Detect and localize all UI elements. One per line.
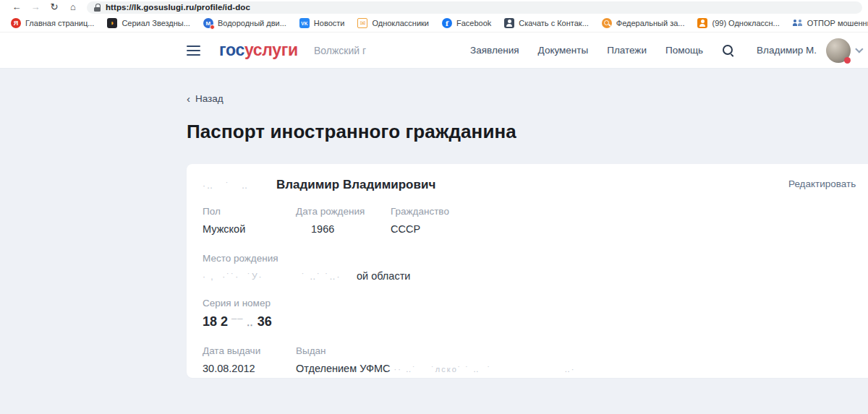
chevron-down-icon[interactable] — [855, 45, 863, 53]
bookmark-item[interactable]: VK Новости — [299, 18, 345, 28]
bookmark-item[interactable]: ✉ Одноклассники — [357, 18, 429, 28]
header-nav: Заявления Документы Платежи Помощь — [470, 45, 703, 56]
bookmark-item[interactable]: Федеральный за... — [602, 18, 685, 28]
nav-pomosch[interactable]: Помощь — [665, 45, 703, 56]
page-content: ‹ Назад Паспорт иностранного гражданина … — [0, 69, 868, 414]
avatar[interactable] — [826, 38, 851, 63]
nav-dokumenty[interactable]: Документы — [538, 45, 589, 56]
birth-date-field: Дата рождения 1966 — [296, 206, 391, 235]
url-bar[interactable]: https://lk.gosuslugi.ru/profile/id-doc — [87, 1, 862, 14]
mail-m-icon: M — [203, 18, 213, 28]
issued-by-redacted: ·· ‥˙ ˙лско˙ ˙ ‥ ˙ ‥· — [390, 365, 575, 374]
film-icon: ◗ — [107, 18, 117, 28]
vk-icon: VK — [299, 18, 310, 28]
passport-card: ·‥ ˙ ‥ Владимир Владимирович Редактирова… — [187, 164, 868, 378]
bookmark-item[interactable]: f Facebook — [442, 18, 491, 28]
magnifier-orange-icon — [602, 18, 612, 28]
birth-place-redacted: · , ·˙˙· ˙У· ˙ ‥˙ ˙‥· — [203, 272, 357, 282]
full-name: Владимир Владимирович — [276, 178, 435, 192]
people-blue-icon — [793, 18, 803, 28]
person-dark-icon — [504, 18, 514, 28]
browser-back-icon[interactable]: ← — [7, 0, 26, 14]
bookmark-item[interactable]: M Водородный дви... — [203, 18, 286, 28]
site-header: госуслуги Волжский г Заявления Документы… — [0, 33, 868, 69]
ok-icon — [697, 18, 707, 28]
url-text[interactable]: https://lk.gosuslugi.ru/profile/id-doc — [106, 3, 250, 12]
browser-forward-icon[interactable]: → — [26, 0, 45, 14]
bookmark-item[interactable]: Скачать с Контак... — [504, 18, 588, 28]
personal-fields-row: Пол Мужской Дата рождения 1966 Гражданст… — [203, 206, 868, 235]
bookmark-item[interactable]: Я Главная страниц... — [11, 18, 94, 28]
search-icon[interactable] — [722, 44, 735, 57]
issued-by-field: Выдан Отделением УФМС ·· ‥˙ ˙лско˙ ˙ ‥ ˙… — [296, 345, 575, 374]
envelope-icon: ✉ — [357, 18, 367, 28]
facebook-icon: f — [442, 18, 452, 28]
citizenship-field: Гражданство СССР — [391, 206, 449, 235]
user-name[interactable]: Владимир М. — [757, 45, 817, 56]
gender-field: Пол Мужской — [203, 206, 296, 235]
surname-redacted: ·‥ ˙ ‥ — [203, 181, 276, 191]
bookmark-item[interactable]: (99) Одноклассн... — [697, 18, 779, 28]
nav-platezhi[interactable]: Платежи — [607, 45, 647, 56]
bookmarks-bar: Я Главная страниц... ◗ Сериал Звездны...… — [0, 14, 868, 33]
page-title: Паспорт иностранного гражданина — [187, 121, 868, 143]
gosuslugi-logo[interactable]: госуслуги — [219, 40, 298, 60]
birth-place-field: Место рождения · , ·˙˙· ˙У· ˙ ‥˙ ˙‥· ой … — [203, 253, 868, 282]
lock-icon — [94, 4, 101, 12]
bookmark-item[interactable]: ◗ Сериал Звездны... — [107, 18, 190, 28]
chevron-left-icon: ‹ — [187, 93, 190, 104]
issue-date-field: Дата выдачи 30.08.2012 — [203, 345, 296, 374]
browser-address-bar: ← → ↻ ⌂ https://lk.gosuslugi.ru/profile/… — [0, 0, 868, 14]
nav-zayavleniya[interactable]: Заявления — [470, 45, 519, 56]
yandex-icon: Я — [11, 18, 21, 28]
location-selector[interactable]: Волжский г — [314, 45, 366, 56]
series-number-field: Серия и номер 18 2 ¯¯ ‥ 36 — [203, 298, 868, 329]
bookmark-item[interactable]: ОТПОР мошенни... — [793, 18, 868, 28]
series-redacted: ¯¯ ‥ — [231, 317, 254, 328]
edit-link[interactable]: Редактировать — [788, 178, 856, 189]
browser-home-icon[interactable]: ⌂ — [64, 0, 82, 14]
back-link[interactable]: ‹ Назад — [187, 93, 224, 104]
menu-icon[interactable] — [187, 46, 200, 56]
browser-reload-icon[interactable]: ↻ — [45, 0, 64, 14]
issue-fields-row: Дата выдачи 30.08.2012 Выдан Отделением … — [203, 345, 868, 374]
full-name-row: ·‥ ˙ ‥ Владимир Владимирович — [203, 178, 868, 192]
